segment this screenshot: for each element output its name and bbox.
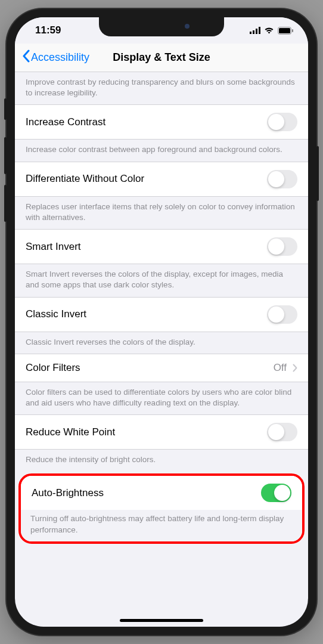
page-title: Display & Text Size: [113, 51, 210, 64]
auto-brightness-toggle[interactable]: [261, 484, 291, 502]
chevron-left-icon: [22, 49, 30, 66]
auto-brightness-footer: Turning off auto-brightness may affect b…: [21, 510, 302, 541]
status-icons: [250, 27, 294, 35]
increase-contrast-footer: Increase color contrast between app fore…: [15, 140, 308, 161]
increase-contrast-row[interactable]: Increase Contrast: [15, 104, 308, 140]
smart-invert-label: Smart Invert: [26, 241, 81, 253]
notch: [99, 17, 224, 36]
smart-invert-toggle[interactable]: [267, 237, 297, 256]
color-filters-label: Color Filters: [26, 362, 80, 374]
color-filters-value: Off: [274, 362, 287, 374]
signal-icon: [250, 27, 260, 34]
differentiate-without-color-label: Differentiate Without Color: [26, 173, 144, 185]
svg-rect-3: [259, 27, 260, 34]
auto-brightness-row[interactable]: Auto-Brightness: [21, 476, 302, 510]
svg-rect-2: [256, 29, 257, 34]
differentiate-without-color-footer: Replaces user interface items that rely …: [15, 197, 308, 229]
chevron-right-icon: [293, 364, 297, 372]
svg-rect-5: [279, 28, 290, 33]
reduce-white-point-footer: Reduce the intensity of bright colors.: [15, 450, 308, 471]
highlight-annotation: Auto-Brightness Turning off auto-brightn…: [18, 473, 305, 543]
auto-brightness-label: Auto-Brightness: [32, 487, 104, 499]
volume-down-button: [4, 185, 7, 222]
color-filters-footer: Color filters can be used to differentia…: [15, 382, 308, 414]
smart-invert-row[interactable]: Smart Invert: [15, 229, 308, 264]
svg-rect-1: [253, 30, 254, 34]
mute-switch: [4, 98, 7, 120]
back-label: Accessibility: [31, 51, 89, 64]
home-indicator[interactable]: [120, 619, 203, 622]
status-time: 11:59: [35, 24, 61, 36]
differentiate-without-color-row[interactable]: Differentiate Without Color: [15, 162, 308, 197]
smart-invert-footer: Smart Invert reverses the colors of the …: [15, 264, 308, 296]
battery-icon: [278, 27, 294, 35]
differentiate-without-color-toggle[interactable]: [267, 170, 297, 188]
increase-contrast-toggle[interactable]: [267, 113, 297, 131]
increase-contrast-label: Increase Contrast: [26, 116, 105, 128]
classic-invert-row[interactable]: Classic Invert: [15, 297, 308, 332]
svg-rect-6: [292, 29, 293, 32]
svg-rect-0: [250, 32, 251, 34]
classic-invert-label: Classic Invert: [26, 308, 86, 320]
color-filters-row[interactable]: Color Filters Off: [15, 354, 308, 382]
back-button[interactable]: Accessibility: [22, 49, 89, 66]
classic-invert-footer: Classic Invert reverses the colors of th…: [15, 332, 308, 354]
reduce-white-point-row[interactable]: Reduce White Point: [15, 414, 308, 450]
transparency-footer: Improve contrast by reducing transparenc…: [15, 72, 308, 104]
reduce-white-point-label: Reduce White Point: [26, 426, 115, 438]
screen: 11:59 Accessibility Display & T: [15, 17, 308, 627]
classic-invert-toggle[interactable]: [267, 305, 297, 324]
nav-bar: Accessibility Display & Text Size: [15, 44, 308, 72]
camera-dot: [185, 24, 190, 29]
wifi-icon: [264, 27, 274, 34]
reduce-white-point-toggle[interactable]: [267, 423, 297, 441]
content-scroll[interactable]: Improve contrast by reducing transparenc…: [15, 72, 308, 627]
power-button: [316, 146, 319, 201]
phone-frame: 11:59 Accessibility Display & T: [7, 9, 316, 635]
volume-up-button: [4, 137, 7, 174]
